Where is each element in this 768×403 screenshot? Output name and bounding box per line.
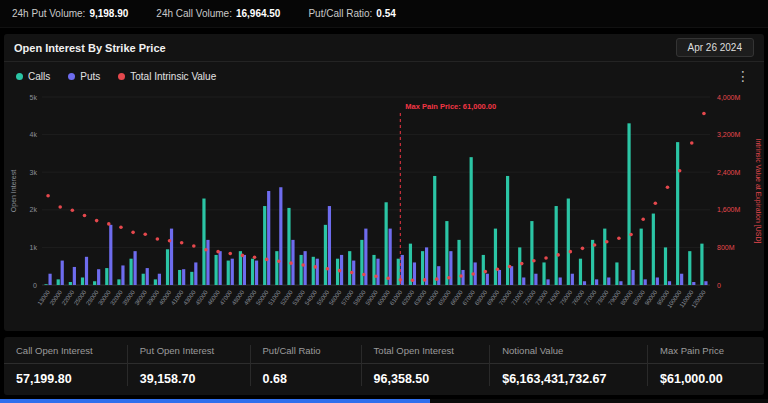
calls-bar[interactable] xyxy=(542,262,545,285)
calls-bar[interactable] xyxy=(154,279,157,285)
intrinsic-dot[interactable] xyxy=(326,267,330,271)
calls-bar[interactable] xyxy=(700,244,703,285)
puts-bar[interactable] xyxy=(243,255,246,285)
puts-bar[interactable] xyxy=(255,261,258,285)
calls-bar[interactable] xyxy=(518,247,521,285)
intrinsic-dot[interactable] xyxy=(641,217,645,221)
intrinsic-dot[interactable] xyxy=(168,239,172,243)
puts-bar[interactable] xyxy=(316,259,319,285)
puts-bar[interactable] xyxy=(437,266,440,285)
puts-bar[interactable] xyxy=(194,262,197,285)
intrinsic-dot[interactable] xyxy=(532,259,536,263)
puts-bar[interactable] xyxy=(656,277,659,285)
calls-bar[interactable] xyxy=(69,282,72,285)
calls-bar[interactable] xyxy=(117,279,120,285)
puts-bar[interactable] xyxy=(595,279,598,285)
puts-bar[interactable] xyxy=(304,251,307,285)
puts-bar[interactable] xyxy=(97,269,100,285)
puts-bar[interactable] xyxy=(498,270,501,285)
intrinsic-dot[interactable] xyxy=(617,236,621,240)
puts-bar[interactable] xyxy=(158,274,161,285)
calls-bar[interactable] xyxy=(178,270,181,285)
puts-bar[interactable] xyxy=(73,267,76,285)
calls-bar[interactable] xyxy=(506,176,509,285)
calls-bar[interactable] xyxy=(251,259,254,285)
intrinsic-dot[interactable] xyxy=(678,169,682,173)
intrinsic-dot[interactable] xyxy=(556,253,560,257)
intrinsic-dot[interactable] xyxy=(581,247,585,251)
puts-bar[interactable] xyxy=(85,257,88,285)
intrinsic-dot[interactable] xyxy=(143,232,147,236)
intrinsic-dot[interactable] xyxy=(411,279,415,283)
legend-intrinsic[interactable]: Total Intrinsic Value xyxy=(118,71,216,82)
intrinsic-dot[interactable] xyxy=(156,237,160,241)
calls-bar[interactable] xyxy=(300,255,303,285)
calls-bar[interactable] xyxy=(190,272,193,285)
intrinsic-dot[interactable] xyxy=(71,208,75,212)
horizontal-scrollbar-thumb[interactable] xyxy=(0,399,430,403)
puts-bar[interactable] xyxy=(510,266,513,285)
intrinsic-dot[interactable] xyxy=(46,194,50,198)
calls-bar[interactable] xyxy=(44,284,47,285)
intrinsic-dot[interactable] xyxy=(228,252,232,256)
intrinsic-dot[interactable] xyxy=(241,254,245,258)
intrinsic-dot[interactable] xyxy=(605,240,609,244)
puts-bar[interactable] xyxy=(668,281,671,285)
puts-bar[interactable] xyxy=(607,277,610,285)
calls-bar[interactable] xyxy=(312,257,315,285)
calls-bar[interactable] xyxy=(615,262,618,285)
calls-bar[interactable] xyxy=(105,268,108,285)
calls-bar[interactable] xyxy=(142,274,145,285)
puts-bar[interactable] xyxy=(583,281,586,285)
intrinsic-dot[interactable] xyxy=(216,250,220,254)
puts-bar[interactable] xyxy=(486,274,489,285)
puts-bar[interactable] xyxy=(449,251,452,285)
puts-bar[interactable] xyxy=(376,259,379,285)
puts-bar[interactable] xyxy=(231,259,234,285)
calls-bar[interactable] xyxy=(688,251,691,285)
intrinsic-dot[interactable] xyxy=(593,243,597,247)
calls-bar[interactable] xyxy=(433,176,436,285)
calls-bar[interactable] xyxy=(93,281,96,285)
calls-bar[interactable] xyxy=(494,229,497,285)
intrinsic-dot[interactable] xyxy=(496,267,500,271)
intrinsic-dot[interactable] xyxy=(180,241,184,245)
calls-bar[interactable] xyxy=(482,255,485,285)
puts-bar[interactable] xyxy=(631,270,634,285)
calls-bar[interactable] xyxy=(202,199,205,285)
horizontal-scrollbar[interactable] xyxy=(0,399,768,403)
puts-bar[interactable] xyxy=(534,274,537,285)
intrinsic-dot[interactable] xyxy=(119,225,123,229)
calls-bar[interactable] xyxy=(263,206,266,285)
calls-bar[interactable] xyxy=(555,206,558,285)
puts-bar[interactable] xyxy=(206,240,209,285)
calls-bar[interactable] xyxy=(287,208,290,285)
intrinsic-dot[interactable] xyxy=(313,265,317,269)
intrinsic-dot[interactable] xyxy=(107,222,111,226)
intrinsic-dot[interactable] xyxy=(484,270,488,274)
puts-bar[interactable] xyxy=(522,277,525,285)
calls-bar[interactable] xyxy=(57,279,60,285)
kebab-menu-icon[interactable]: ⋮ xyxy=(734,69,752,83)
intrinsic-dot[interactable] xyxy=(569,250,573,254)
intrinsic-dot[interactable] xyxy=(629,233,633,237)
intrinsic-dot[interactable] xyxy=(277,259,281,263)
intrinsic-dot[interactable] xyxy=(95,219,99,223)
calls-bar[interactable] xyxy=(567,199,570,285)
puts-bar[interactable] xyxy=(619,281,622,285)
puts-bar[interactable] xyxy=(644,279,647,285)
puts-bar[interactable] xyxy=(571,274,574,285)
puts-bar[interactable] xyxy=(279,187,282,285)
intrinsic-dot[interactable] xyxy=(253,255,257,259)
intrinsic-dot[interactable] xyxy=(374,275,378,279)
calls-bar[interactable] xyxy=(603,229,606,285)
intrinsic-dot[interactable] xyxy=(423,278,427,282)
calls-bar[interactable] xyxy=(129,259,132,285)
calls-bar[interactable] xyxy=(664,247,667,285)
calls-bar[interactable] xyxy=(470,157,473,285)
puts-bar[interactable] xyxy=(389,229,392,285)
calls-bar[interactable] xyxy=(166,249,169,285)
calls-bar[interactable] xyxy=(385,202,388,285)
puts-bar[interactable] xyxy=(170,229,173,285)
intrinsic-dot[interactable] xyxy=(204,248,208,252)
